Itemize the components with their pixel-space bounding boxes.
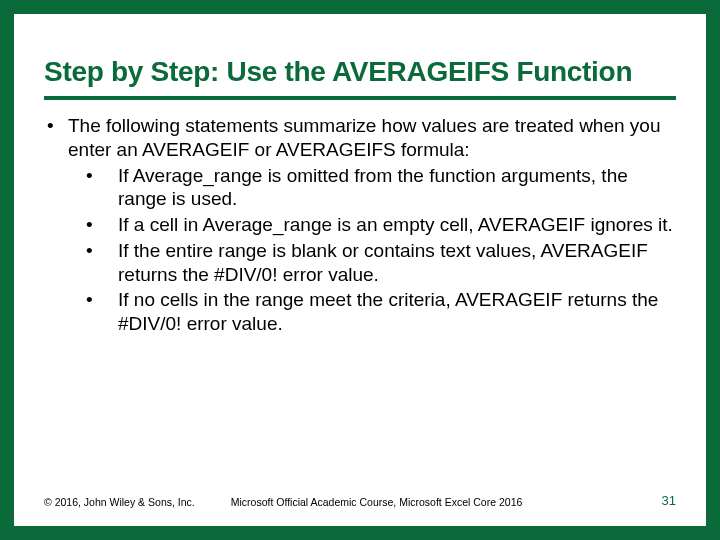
point-text: If no cells in the range meet the criter… [118, 288, 676, 336]
list-item: • If the entire range is blank or contai… [82, 239, 676, 287]
page-number: 31 [662, 493, 676, 508]
footer: © 2016, John Wiley & Sons, Inc. Microsof… [44, 487, 676, 508]
point-text: If a cell in Average_range is an empty c… [118, 213, 676, 237]
course-text: Microsoft Official Academic Course, Micr… [231, 496, 662, 508]
list-item: • If a cell in Average_range is an empty… [82, 213, 676, 237]
list-item: • If Average_range is omitted from the f… [82, 164, 676, 212]
page-title: Step by Step: Use the AVERAGEIFS Functio… [44, 56, 676, 88]
subpoints: • If Average_range is omitted from the f… [82, 164, 676, 336]
content-area: • The following statements summarize how… [44, 114, 676, 487]
slide: Step by Step: Use the AVERAGEIFS Functio… [14, 14, 706, 526]
bullet-icon: • [82, 288, 118, 336]
intro-item: • The following statements summarize how… [44, 114, 676, 162]
copyright-text: © 2016, John Wiley & Sons, Inc. [44, 496, 231, 508]
point-text: If the entire range is blank or contains… [118, 239, 676, 287]
list-item: • If no cells in the range meet the crit… [82, 288, 676, 336]
bullet-icon: • [44, 114, 66, 162]
bullet-icon: • [82, 164, 118, 212]
intro-text: The following statements summarize how v… [66, 114, 676, 162]
title-divider [44, 96, 676, 100]
bullet-icon: • [82, 239, 118, 287]
point-text: If Average_range is omitted from the fun… [118, 164, 676, 212]
bullet-icon: • [82, 213, 118, 237]
